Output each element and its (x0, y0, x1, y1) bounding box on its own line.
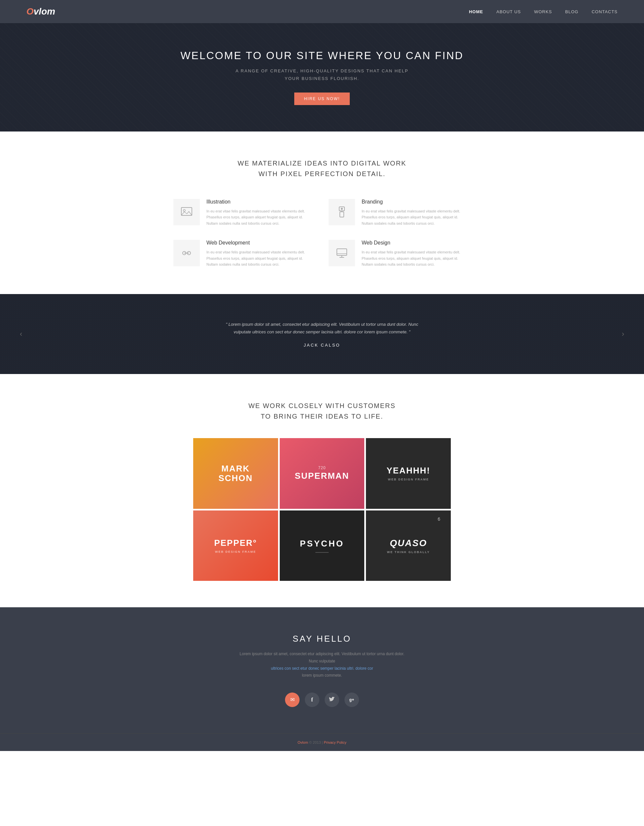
webdesign-title: Web Design (362, 240, 471, 246)
contact-section: SAY HELLO Lorem ipsum dolor sit amet, co… (0, 607, 644, 733)
portfolio-item-sub: WEB DESIGN FRAME (215, 550, 256, 553)
webdev-text: Web Development In eu erat vitae felis g… (206, 240, 316, 268)
portfolio-grid: MARKSCHON 720 SUPERMAN YEAHHH! WEB DESIG… (193, 438, 451, 581)
webdesign-icon-box (328, 240, 355, 266)
svg-point-1 (183, 210, 185, 211)
illustration-icon (180, 206, 193, 218)
testimonial-section: ‹ " Lorem ipsum dolor sit amet, consecte… (0, 294, 644, 374)
portfolio-item-divider (316, 552, 328, 553)
logo-o: O (26, 6, 34, 17)
facebook-social-icon[interactable]: f (305, 692, 319, 707)
service-webdesign: Web Design In eu erat vitae felis gravit… (328, 240, 471, 268)
webdev-icon-box (173, 240, 200, 266)
services-section: WE MATERIALIZE IDEAS INTO DIGITAL WORK W… (0, 132, 644, 294)
webdesign-desc: In eu erat vitae felis gravitat malesuae… (362, 249, 471, 268)
services-heading: WE MATERIALIZE IDEAS INTO DIGITAL WORK W… (40, 158, 604, 179)
testimonial-next[interactable]: › (615, 326, 631, 342)
contact-description: Lorem ipsum dolor sit amet, consectet et… (240, 651, 404, 679)
portfolio-item-label: MARKSCHON (218, 464, 252, 483)
branding-icon-box (328, 199, 355, 225)
portfolio-superman[interactable]: 720 SUPERMAN (280, 438, 365, 509)
webdev-icon (180, 247, 193, 259)
webdev-title: Web Development (206, 240, 316, 246)
portfolio-mark-schon[interactable]: MARKSCHON (193, 438, 278, 509)
twitter-social-icon[interactable] (325, 692, 339, 707)
hero-subheading: A RANGE OF CREATIVE, HIGH-QUALITY DESIGN… (235, 67, 408, 82)
hire-button[interactable]: HIRE US NOW! (294, 93, 350, 105)
svg-rect-4 (340, 212, 344, 217)
webdev-desc: In eu erat vitae felis gravitat malesuae… (206, 249, 316, 268)
footer-brand-link[interactable]: Ovlom (297, 741, 308, 744)
svg-rect-9 (337, 249, 347, 255)
portfolio-item-num: 720 (318, 466, 326, 470)
webdesign-icon (336, 247, 348, 259)
gplus-social-icon[interactable]: g+ (344, 692, 359, 707)
illustration-desc: In eu erat vitae felis gravitat malesuae… (206, 208, 316, 227)
portfolio-pepper[interactable]: PEPPER° WEB DESIGN FRAME (193, 511, 278, 581)
navbar: Ovlom HOME ABOUT US WORKS BLOG CONTACTS (0, 0, 644, 23)
nav-about[interactable]: ABOUT US (496, 9, 521, 14)
illustration-icon-box (173, 199, 200, 225)
portfolio-heading: WE WORK CLOSELY WITH CUSTOMERS TO BRING … (40, 401, 604, 422)
testimonial-quote: " Lorem ipsum dolor sit amet, consectet … (223, 320, 421, 336)
branding-text: Branding In eu erat vitae felis gravitat… (362, 199, 471, 227)
service-branding: Branding In eu erat vitae felis gravitat… (328, 199, 471, 227)
portfolio-item-label: PEPPER° (214, 538, 257, 548)
testimonial-prev[interactable]: ‹ (13, 326, 29, 342)
nav-links: HOME ABOUT US WORKS BLOG CONTACTS (469, 9, 618, 14)
portfolio-item-label: SUPERMAN (295, 471, 350, 481)
nav-contacts[interactable]: CONTACTS (591, 9, 618, 14)
portfolio-section: WE WORK CLOSELY WITH CUSTOMERS TO BRING … (0, 374, 644, 608)
hero-section: WELCOME TO OUR SITE WHERE YOU CAN FIND A… (0, 23, 644, 132)
service-webdev: Web Development In eu erat vitae felis g… (173, 240, 316, 268)
portfolio-yeahhh[interactable]: YEAHHH! WEB DESIGN FRAME (366, 438, 451, 509)
portfolio-item-label: QUASO (390, 538, 427, 548)
portfolio-item-sub: WE THINK GLOBALLY (387, 550, 430, 554)
nav-works[interactable]: WORKS (534, 9, 552, 14)
portfolio-item-label: PSYCHO (300, 539, 344, 549)
illustration-text: Illustration In eu erat vitae felis grav… (206, 199, 316, 227)
services-grid: Illustration In eu erat vitae felis grav… (173, 199, 471, 268)
nav-home[interactable]: HOME (469, 9, 483, 14)
contact-heading: SAY HELLO (13, 634, 631, 644)
svg-rect-0 (181, 208, 192, 216)
logo[interactable]: Ovlom (26, 6, 55, 17)
hero-heading: WELCOME TO OUR SITE WHERE YOU CAN FIND (180, 50, 463, 62)
portfolio-psycho[interactable]: PSYCHO (280, 511, 365, 581)
twitter-bird-icon (329, 697, 335, 703)
branding-title: Branding (362, 199, 471, 205)
branding-desc: In eu erat vitae felis gravitat malesuae… (362, 208, 471, 227)
social-icons: ✉ f g+ (13, 692, 631, 707)
branding-icon (336, 206, 348, 218)
portfolio-item-num: 6 (438, 516, 441, 522)
contact-link[interactable]: ultrices con sect etur donec semper laci… (271, 666, 373, 671)
portfolio-item-label: YEAHHH! (386, 466, 430, 476)
svg-point-3 (341, 208, 343, 210)
testimonial-author: JACK CALSO (13, 343, 631, 348)
nav-blog[interactable]: BLOG (565, 9, 578, 14)
footer-privacy-link[interactable]: Privacy Policy (324, 741, 347, 744)
logo-text: vlom (34, 6, 55, 17)
footer-year: © 2013 (309, 741, 321, 744)
footer-text: Ovlom © 2013 | Privacy Policy (13, 741, 631, 744)
service-illustration: Illustration In eu erat vitae felis grav… (173, 199, 316, 227)
portfolio-quaso[interactable]: 6 QUASO WE THINK GLOBALLY (366, 511, 451, 581)
webdesign-text: Web Design In eu erat vitae felis gravit… (362, 240, 471, 268)
illustration-title: Illustration (206, 199, 316, 205)
footer: Ovlom © 2013 | Privacy Policy (0, 733, 644, 751)
portfolio-item-sub: WEB DESIGN FRAME (388, 478, 429, 481)
email-social-icon[interactable]: ✉ (285, 692, 300, 707)
